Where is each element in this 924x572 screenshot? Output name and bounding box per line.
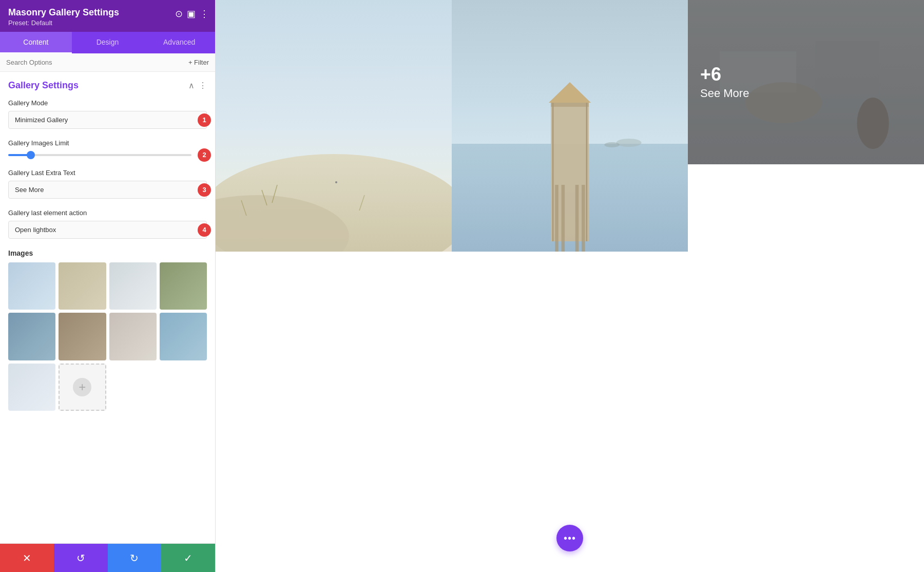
sidebar-preset: Preset: Default — [8, 19, 207, 27]
overlay-count: +6 — [700, 64, 912, 85]
list-item[interactable] — [8, 364, 55, 411]
gallery-last-extra-text-input[interactable] — [8, 181, 207, 199]
list-item[interactable] — [8, 262, 55, 310]
section-more-icon[interactable]: ⋮ — [199, 81, 207, 90]
search-input[interactable] — [6, 59, 188, 66]
list-item[interactable] — [59, 262, 106, 310]
expand-icon[interactable]: ▣ — [187, 8, 196, 20]
svg-rect-11 — [551, 103, 589, 107]
sidebar-content: Gallery Settings ∧ ⋮ Gallery Mode Minimi… — [0, 72, 215, 543]
sidebar-tabs: Content Design Advanced — [0, 32, 215, 53]
gallery-images-limit-slider-row: 3 2 — [8, 151, 207, 159]
gallery-last-extra-text-field: Gallery Last Extra Text 3 — [8, 169, 207, 199]
list-item[interactable] — [109, 313, 157, 360]
svg-point-20 — [604, 142, 620, 147]
list-item[interactable] — [59, 313, 106, 360]
gallery-mode-select-wrapper: Minimized Gallery Full Gallery 1 — [8, 111, 207, 129]
section-title: Gallery Settings — [8, 80, 79, 91]
gallery-last-element-action-label: Gallery last element action — [8, 209, 207, 217]
images-grid: + — [8, 262, 207, 411]
gallery-mode-badge: 1 — [198, 113, 211, 127]
fab-dots-icon: ••• — [564, 532, 576, 544]
overlay-more-text: See More — [700, 87, 912, 100]
list-item[interactable] — [109, 262, 157, 310]
search-bar: + Filter — [0, 53, 215, 72]
images-label: Images — [8, 249, 207, 257]
gallery-mode-label: Gallery Mode — [8, 99, 207, 107]
gallery-images-limit-badge: 2 — [198, 148, 211, 162]
add-icon: + — [73, 378, 91, 396]
filter-button[interactable]: + Filter — [188, 59, 209, 66]
section-header: Gallery Settings ∧ ⋮ — [8, 80, 207, 91]
gallery-grid: +6 See More — [216, 0, 924, 572]
gallery-mode-field: Gallery Mode Minimized Gallery Full Gall… — [8, 99, 207, 129]
gallery-last-element-action-wrapper: Open lightbox Link to page Nothing 4 — [8, 221, 207, 239]
gallery-last-extra-text-wrapper: 3 — [8, 181, 207, 199]
gallery-last-element-action-select[interactable]: Open lightbox Link to page Nothing — [8, 221, 207, 239]
gallery-last-element-action-field: Gallery last element action Open lightbo… — [8, 209, 207, 239]
section-actions: ∧ ⋮ — [188, 81, 207, 90]
images-section: Images + — [8, 249, 207, 411]
svg-rect-15 — [555, 185, 559, 252]
add-image-button[interactable]: + — [59, 364, 106, 411]
list-item[interactable] — [160, 313, 207, 360]
tab-advanced[interactable]: Advanced — [143, 32, 215, 53]
sidebar-bottom: ✕ ↺ ↻ ✓ — [0, 543, 215, 572]
more-options-icon[interactable]: ⋮ — [200, 8, 209, 20]
gallery-item-3: +6 See More — [688, 0, 924, 164]
sidebar-header-icons: ⊙ ▣ ⋮ — [175, 8, 209, 20]
tab-design[interactable]: Design — [72, 32, 144, 53]
redo-button[interactable]: ↻ — [108, 544, 162, 572]
gallery-images-limit-slider[interactable] — [8, 154, 191, 156]
focus-icon[interactable]: ⊙ — [175, 8, 183, 20]
svg-point-19 — [616, 139, 641, 147]
gallery-mode-select[interactable]: Minimized Gallery Full Gallery — [8, 111, 207, 129]
list-item[interactable] — [8, 313, 55, 360]
sidebar: Masonry Gallery Settings Preset: Default… — [0, 0, 216, 572]
undo-button[interactable]: ↺ — [54, 544, 108, 572]
gallery-item-2 — [452, 0, 688, 252]
svg-point-7 — [335, 181, 337, 183]
sidebar-header: Masonry Gallery Settings Preset: Default… — [0, 0, 215, 32]
fab-button[interactable]: ••• — [556, 525, 583, 551]
cancel-button[interactable]: ✕ — [0, 544, 54, 572]
svg-rect-17 — [575, 185, 579, 252]
tab-content[interactable]: Content — [0, 32, 72, 53]
overlay-panel: +6 See More — [688, 0, 924, 164]
list-item[interactable] — [160, 262, 207, 310]
save-button[interactable]: ✓ — [161, 544, 215, 572]
collapse-icon[interactable]: ∧ — [188, 81, 195, 90]
gallery-item-1 — [216, 0, 452, 252]
main-preview: +6 See More ••• — [216, 0, 924, 572]
gallery-last-element-action-badge: 4 — [198, 223, 211, 237]
svg-rect-16 — [562, 185, 565, 252]
gallery-last-extra-text-label: Gallery Last Extra Text — [8, 169, 207, 177]
gallery-images-limit-field: Gallery Images Limit 3 2 — [8, 139, 207, 159]
gallery-last-extra-text-badge: 3 — [198, 183, 211, 197]
svg-rect-18 — [582, 185, 585, 252]
gallery-images-limit-label: Gallery Images Limit — [8, 139, 207, 147]
